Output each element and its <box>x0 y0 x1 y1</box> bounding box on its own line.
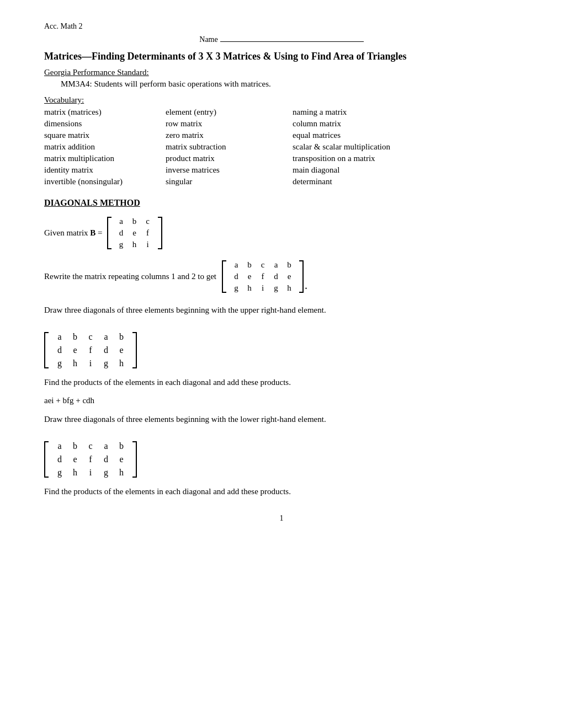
vocab-header: Vocabulary: <box>44 95 519 105</box>
vocab-item: scalar & scalar multiplication <box>293 142 519 152</box>
matrix-lower: abcab defde ghigh <box>44 441 137 478</box>
formula-upper: aei + bfg + cdh <box>44 396 519 405</box>
matrix-upper: abcab defde ghigh <box>44 332 137 368</box>
vocab-item: identity matrix <box>44 165 166 175</box>
matrix-extended: abcab defde ghigh <box>222 260 304 293</box>
draw-lower-text: Draw three diagonals of three elements b… <box>44 413 519 426</box>
course-label: Acc. Math 2 <box>44 22 519 31</box>
standard-text: MM3A4: Students will perform basic opera… <box>61 79 519 89</box>
vocab-item: row matrix <box>166 119 293 129</box>
vocab-item: square matrix <box>44 130 166 141</box>
vocab-item: dimensions <box>44 119 166 129</box>
vocab-item: matrix subtraction <box>166 142 293 152</box>
draw-upper-text: Draw three diagonals of three elements b… <box>44 304 519 317</box>
vocab-item: matrix multiplication <box>44 153 166 164</box>
vocab-item: product matrix <box>166 153 293 164</box>
rewrite-row: Rewrite the matrix repeating columns 1 a… <box>44 260 519 293</box>
name-label: Name <box>199 35 217 44</box>
name-line: Name <box>44 35 519 44</box>
rewrite-text: Rewrite the matrix repeating columns 1 a… <box>44 272 216 281</box>
vocab-item: singular <box>166 176 293 187</box>
vocab-item: transposition on a matrix <box>293 153 519 164</box>
matrix-B: abc def ghi <box>107 217 162 249</box>
main-title: Matrices—Finding Determinants of 3 X 3 M… <box>44 50 519 63</box>
find-products-lower: Find the products of the elements in eac… <box>44 485 519 498</box>
vocab-item: inverse matrices <box>166 165 293 175</box>
matrix-upper-standalone: abcab defde ghigh <box>44 332 137 368</box>
matrix-lower-standalone: abcab defde ghigh <box>44 441 137 478</box>
vocab-item: naming a matrix <box>293 107 519 117</box>
section-header: DIAGONALS METHOD <box>44 198 519 208</box>
vocab-item: invertible (nonsingular) <box>44 176 166 187</box>
page-number: 1 <box>44 514 519 523</box>
vocab-item: zero matrix <box>166 130 293 141</box>
vocab-grid: matrix (matrices) element (entry) naming… <box>44 107 519 187</box>
vocab-item: equal matrices <box>293 130 519 141</box>
period: . <box>305 279 307 293</box>
vocab-item: column matrix <box>293 119 519 129</box>
vocab-item: main diagonal <box>293 165 519 175</box>
vocab-item: matrix (matrices) <box>44 107 166 117</box>
vocab-item: element (entry) <box>166 107 293 117</box>
given-label: Given matrix B = <box>44 228 103 238</box>
given-matrix-row: Given matrix B = abc def ghi <box>44 217 519 249</box>
find-products-upper: Find the products of the elements in eac… <box>44 376 519 389</box>
standard-header: Georgia Performance Standard: <box>44 68 519 77</box>
vocab-item: matrix addition <box>44 142 166 152</box>
vocab-item: determinant <box>293 176 519 187</box>
